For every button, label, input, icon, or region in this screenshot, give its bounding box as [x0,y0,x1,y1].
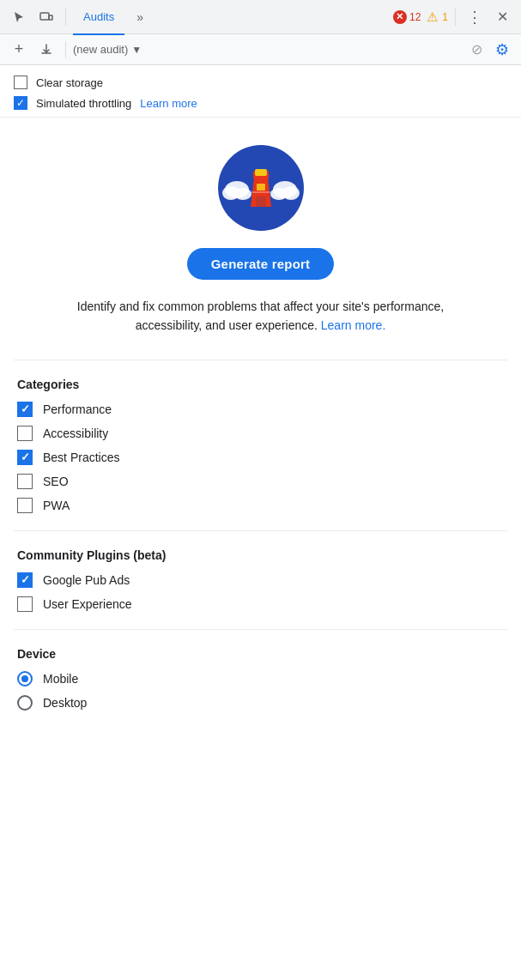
device-section: Device Mobile Desktop [0,633,521,724]
device-title: Device [17,647,504,661]
simulated-throttling-checkbox[interactable]: ✓ [14,96,27,110]
svg-rect-6 [256,197,266,207]
download-button[interactable] [34,38,58,62]
kebab-menu-button[interactable]: ⋮ [463,5,487,29]
categories-section: Categories ✓ Performance Accessibility ✓… [0,364,521,527]
hero-learn-more-link[interactable]: Learn more. [321,318,385,332]
plugins-divider [14,530,507,531]
clear-storage-checkbox[interactable] [14,76,27,89]
checkmark-icon: ✓ [21,451,30,463]
add-button[interactable]: + [7,38,31,62]
pwa-checkbox[interactable] [17,498,33,513]
hero-area: Generate report Identify and fix common … [0,118,521,356]
community-plugins-section: Community Plugins (beta) ✓ Google Pub Ad… [0,535,521,626]
mobile-radio[interactable] [17,671,33,687]
seo-checkbox[interactable] [17,474,33,489]
simulated-throttling-label: Simulated throttling [36,97,131,110]
svg-rect-0 [40,13,49,20]
clear-storage-label: Clear storage [36,76,103,89]
close-button[interactable]: ✕ [490,5,514,29]
category-seo[interactable]: SEO [17,474,504,489]
best-practices-checkbox[interactable]: ✓ [17,450,33,465]
category-performance[interactable]: ✓ Performance [17,402,504,417]
device-desktop[interactable]: Desktop [17,695,504,711]
best-practices-label: Best Practices [43,451,119,464]
hero-description: Identify and fix common problems that af… [64,297,458,336]
device-mobile[interactable]: Mobile [17,671,504,687]
category-pwa[interactable]: PWA [17,498,504,513]
category-best-practices[interactable]: ✓ Best Practices [17,450,504,465]
mobile-radio-dot [21,675,28,682]
throttling-learn-more-link[interactable]: Learn more [140,97,197,110]
second-toolbar-divider [65,41,66,58]
cursor-tool-icon[interactable] [7,5,31,29]
mobile-label: Mobile [43,672,78,686]
user-experience-checkbox[interactable] [17,596,33,612]
user-experience-label: User Experience [43,597,132,611]
desktop-label: Desktop [43,696,87,710]
more-tabs-button[interactable]: » [128,5,152,29]
google-pub-ads-checkbox[interactable]: ✓ [17,572,33,588]
generate-report-button[interactable]: Generate report [187,248,335,280]
second-toolbar: + (new audit) ▼ ⊘ ⚙ [0,34,521,65]
desktop-radio[interactable] [17,695,33,711]
no-entry-icon[interactable]: ⊘ [466,39,487,60]
error-badge: ✕ 12 [393,10,421,24]
community-plugins-title: Community Plugins (beta) [17,548,504,562]
category-accessibility[interactable]: Accessibility [17,426,504,441]
checkmark-icon: ✓ [16,98,25,108]
categories-title: Categories [17,378,504,391]
plugin-user-experience[interactable]: User Experience [17,596,504,612]
top-toolbar: Audits » ✕ 12 ⚠ 1 ⋮ ✕ [0,0,521,34]
performance-label: Performance [43,402,112,416]
tab-audits[interactable]: Audits [73,1,124,35]
accessibility-label: Accessibility [43,426,108,440]
warning-icon: ⚠ [424,10,439,24]
categories-divider [14,360,507,360]
svg-rect-5 [255,169,267,176]
clear-storage-row[interactable]: Clear storage [14,76,507,89]
audit-select-label: (new audit) [73,43,128,56]
warning-badge: ⚠ 1 [424,10,448,24]
device-divider [14,629,507,630]
svg-rect-1 [49,15,52,20]
svg-point-11 [234,188,251,200]
checkmark-icon: ✓ [21,574,30,585]
lighthouse-logo [218,145,304,231]
svg-point-14 [282,186,300,200]
svg-rect-7 [257,184,265,191]
options-row: Clear storage ✓ Simulated throttling Lea… [0,65,521,118]
google-pub-ads-label: Google Pub Ads [43,573,130,587]
settings-gear-button[interactable]: ⚙ [490,38,514,62]
error-icon: ✕ [393,10,407,24]
audit-select-dropdown[interactable]: (new audit) ▼ [73,39,463,60]
plugin-google-pub-ads[interactable]: ✓ Google Pub Ads [17,572,504,588]
toolbar-divider-1 [65,9,66,26]
pwa-label: PWA [43,499,70,512]
dropdown-arrow-icon: ▼ [131,44,142,56]
seo-label: SEO [43,475,69,488]
simulated-throttling-row[interactable]: ✓ Simulated throttling Learn more [14,96,507,110]
accessibility-checkbox[interactable] [17,426,33,441]
checkmark-icon: ✓ [21,403,30,414]
badge-divider [455,9,456,26]
performance-checkbox[interactable]: ✓ [17,402,33,417]
responsive-tool-icon[interactable] [34,5,58,29]
